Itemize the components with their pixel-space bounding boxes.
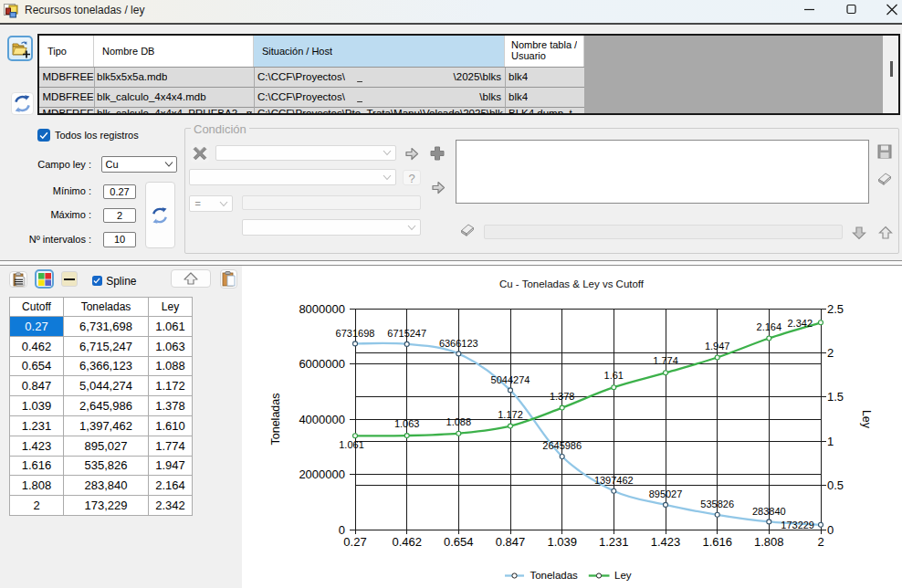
- svg-text:1.5: 1.5: [827, 390, 844, 404]
- svg-text:2: 2: [827, 346, 834, 360]
- svg-text:0.462: 0.462: [392, 535, 422, 549]
- svg-text:6000000: 6000000: [299, 357, 345, 371]
- svg-text:0.654: 0.654: [444, 535, 474, 549]
- svg-text:1397462: 1397462: [594, 475, 634, 486]
- svg-text:2: 2: [817, 535, 823, 549]
- svg-text:2000000: 2000000: [299, 467, 345, 481]
- svg-text:8000000: 8000000: [299, 302, 345, 316]
- svg-text:0.27: 0.27: [343, 535, 366, 549]
- svg-text:1.808: 1.808: [754, 535, 784, 549]
- svg-text:535826: 535826: [700, 499, 734, 509]
- svg-text:0: 0: [827, 523, 834, 537]
- svg-text:0.5: 0.5: [827, 478, 844, 492]
- svg-text:Ley: Ley: [614, 570, 632, 581]
- svg-text:1.61: 1.61: [604, 370, 624, 381]
- svg-text:1.774: 1.774: [653, 355, 678, 366]
- svg-text:2.5: 2.5: [827, 302, 844, 316]
- svg-text:5044274: 5044274: [491, 374, 530, 385]
- svg-text:1.172: 1.172: [498, 409, 523, 420]
- svg-text:1.423: 1.423: [651, 535, 681, 549]
- svg-text:6366123: 6366123: [439, 338, 478, 349]
- svg-text:0: 0: [339, 523, 345, 537]
- svg-text:Toneladas: Toneladas: [530, 570, 578, 581]
- svg-text:6715247: 6715247: [387, 328, 426, 339]
- svg-text:1.378: 1.378: [550, 391, 575, 402]
- svg-text:1.616: 1.616: [702, 535, 732, 549]
- svg-text:1.231: 1.231: [599, 535, 629, 549]
- svg-text:Toneladas: Toneladas: [269, 394, 282, 446]
- svg-text:Ley: Ley: [860, 410, 873, 429]
- svg-text:1.947: 1.947: [705, 341, 730, 352]
- svg-text:1.039: 1.039: [547, 535, 577, 549]
- svg-text:1: 1: [827, 435, 834, 448]
- svg-text:0.847: 0.847: [496, 535, 526, 549]
- svg-text:1.063: 1.063: [394, 418, 420, 429]
- svg-text:283840: 283840: [752, 506, 786, 517]
- svg-text:4000000: 4000000: [299, 413, 345, 426]
- svg-text:1.061: 1.061: [339, 439, 364, 450]
- svg-text:1.088: 1.088: [446, 416, 472, 427]
- svg-text:2645986: 2645986: [542, 440, 582, 451]
- svg-text:173229: 173229: [781, 520, 814, 530]
- svg-text:Cu - Toneladas & Ley vs Cutoff: Cu - Toneladas & Ley vs Cutoff: [499, 278, 645, 289]
- svg-text:2.342: 2.342: [787, 318, 813, 329]
- svg-text:6731698: 6731698: [336, 328, 375, 339]
- svg-text:2.164: 2.164: [757, 321, 782, 332]
- svg-text:895027: 895027: [649, 488, 683, 499]
